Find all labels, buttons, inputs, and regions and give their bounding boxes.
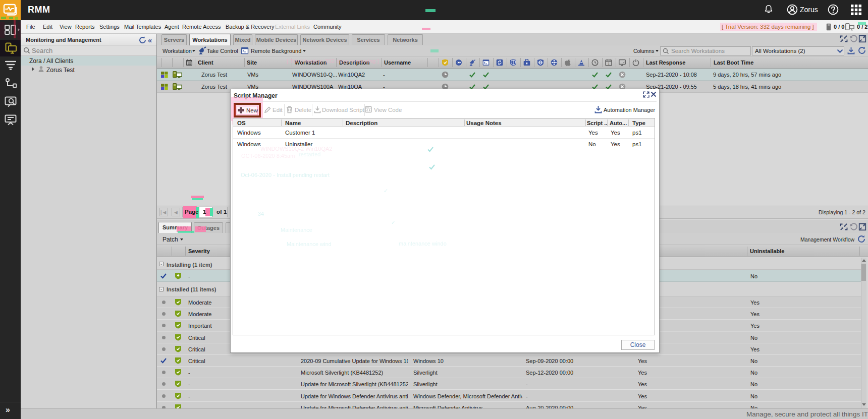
svg-text:1: 1 [608, 62, 610, 66]
